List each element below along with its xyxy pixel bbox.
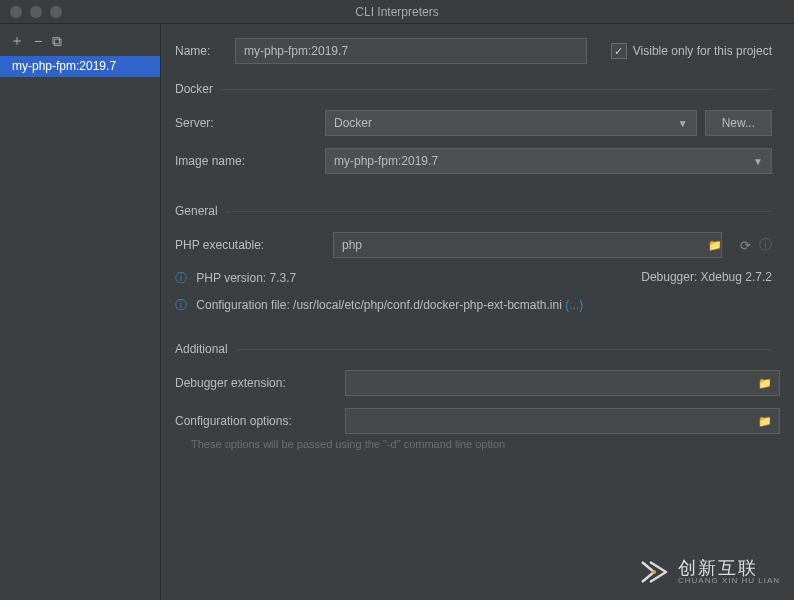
debugger-extension-input[interactable] — [345, 370, 780, 396]
image-name-label: Image name: — [175, 154, 325, 168]
svg-point-0 — [652, 570, 656, 574]
configuration-file-more-link[interactable]: (...) — [565, 298, 583, 312]
info-icon[interactable]: ⓘ — [759, 236, 772, 254]
configuration-options-hint: These options will be passed using the "… — [191, 438, 772, 450]
configuration-options-label: Configuration options: — [175, 414, 345, 428]
php-executable-label: PHP executable: — [175, 238, 325, 252]
watermark-subtext: CHUANG XIN HU LIAN — [678, 577, 780, 585]
configuration-options-input[interactable] — [345, 408, 780, 434]
image-name-value: my-php-fpm:2019.7 — [334, 154, 438, 168]
visible-only-checkbox[interactable]: ✓ — [611, 43, 627, 59]
additional-legend: Additional — [175, 342, 236, 356]
php-executable-input[interactable] — [333, 232, 722, 258]
watermark-logo-icon — [638, 556, 670, 588]
info-icon: ⓘ — [175, 298, 187, 312]
copy-button[interactable]: ⧉ — [52, 33, 62, 50]
sidebar-item-interpreter[interactable]: my-php-fpm:2019.7 — [0, 56, 160, 77]
new-server-button[interactable]: New... — [705, 110, 772, 136]
image-name-dropdown[interactable]: my-php-fpm:2019.7 ▼ — [325, 148, 772, 174]
name-input[interactable] — [235, 38, 587, 64]
visible-only-label: Visible only for this project — [633, 44, 772, 58]
remove-button[interactable]: − — [34, 33, 42, 49]
docker-legend: Docker — [175, 82, 221, 96]
add-button[interactable]: ＋ — [10, 32, 24, 50]
info-icon: ⓘ — [175, 271, 187, 285]
watermark-text: 创新互联 — [678, 559, 780, 577]
chevron-down-icon: ▼ — [678, 118, 688, 129]
php-version-label: PHP version: 7.3.7 — [196, 271, 296, 285]
chevron-down-icon: ▼ — [753, 156, 763, 167]
general-legend: General — [175, 204, 226, 218]
name-label: Name: — [175, 44, 225, 58]
debugger-extension-label: Debugger extension: — [175, 376, 345, 390]
server-value: Docker — [334, 116, 372, 130]
reload-icon[interactable]: ⟳ — [740, 238, 751, 253]
debugger-label: Debugger: Xdebug 2.7.2 — [641, 270, 772, 284]
watermark: 创新互联 CHUANG XIN HU LIAN — [638, 556, 780, 588]
server-dropdown[interactable]: Docker ▼ — [325, 110, 697, 136]
window-title: CLI Interpreters — [0, 5, 794, 19]
configuration-file-label: Configuration file: /usr/local/etc/php/c… — [196, 298, 562, 312]
server-label: Server: — [175, 116, 325, 130]
